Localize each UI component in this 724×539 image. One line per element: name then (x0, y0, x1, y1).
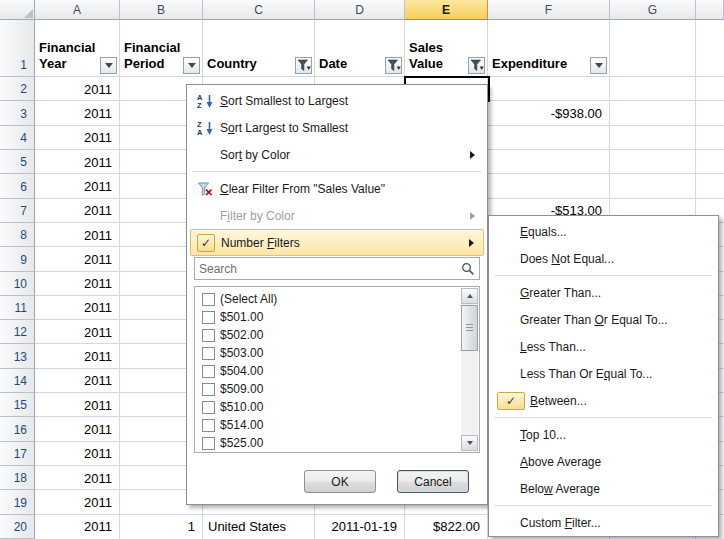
filter-value-item[interactable]: $514.00 (197, 416, 459, 434)
row-header-2[interactable]: 2 (0, 77, 35, 101)
header-cell-D[interactable]: Date (315, 20, 404, 77)
cell-C20[interactable]: United States (203, 515, 314, 539)
filter-value-item[interactable]: (Select All) (197, 290, 459, 308)
submenu-item-greater-than-or-equal-to[interactable]: Greater Than Or Equal To... (492, 306, 715, 333)
cell-A16[interactable]: 2011 (35, 417, 119, 441)
column-header-D[interactable]: D (315, 0, 405, 20)
cell-A6[interactable]: 2011 (35, 174, 119, 198)
row-header-10[interactable]: 10 (0, 272, 35, 296)
filter-value-item[interactable]: $503.00 (197, 344, 459, 362)
row-header-12[interactable]: 12 (0, 320, 35, 344)
cell-A8[interactable]: 2011 (35, 223, 119, 247)
filter-button-C[interactable] (295, 57, 312, 74)
row-header-14[interactable]: 14 (0, 369, 35, 393)
scroll-up-button[interactable] (461, 288, 478, 304)
filter-button-E[interactable] (468, 57, 485, 74)
checkbox-icon[interactable] (202, 419, 215, 432)
cell-A13[interactable]: 2011 (35, 344, 119, 368)
row-header-18[interactable]: 18 (0, 466, 35, 490)
cell-A3[interactable]: 2011 (35, 101, 119, 125)
scroll-thumb[interactable] (461, 305, 478, 351)
row-header-5[interactable]: 5 (0, 150, 35, 174)
checkbox-icon[interactable] (202, 401, 215, 414)
cell-A7[interactable]: 2011 (35, 199, 119, 223)
submenu-item-top-10[interactable]: Top 10... (492, 421, 715, 448)
cell-D20[interactable]: 2011-01-19 (315, 515, 404, 539)
cell-A15[interactable]: 2011 (35, 393, 119, 417)
row-header-6[interactable]: 6 (0, 174, 35, 198)
cell-A17[interactable]: 2011 (35, 442, 119, 466)
cell-A4[interactable]: 2011 (35, 126, 119, 150)
cell-A19[interactable]: 2011 (35, 490, 119, 514)
cell-A11[interactable]: 2011 (35, 296, 119, 320)
filter-button-A[interactable] (100, 57, 117, 74)
header-cell-A[interactable]: FinancialYear (35, 20, 119, 77)
cancel-button[interactable]: Cancel (397, 470, 469, 493)
cell-A20[interactable]: 2011 (35, 515, 119, 539)
row-header-8[interactable]: 8 (0, 223, 35, 247)
filter-button-F[interactable] (590, 57, 607, 74)
ok-button[interactable]: OK (304, 470, 376, 493)
column-header-A[interactable]: A (35, 0, 120, 20)
cell-A10[interactable]: 2011 (35, 272, 119, 296)
row-header-11[interactable]: 11 (0, 296, 35, 320)
checkbox-icon[interactable] (202, 347, 215, 360)
menu-item-sort-by-color[interactable]: Sort by Color (190, 141, 484, 168)
row-header-19[interactable]: 19 (0, 490, 35, 514)
menu-item-clear-filter[interactable]: Clear Filter From "Sales Value" (190, 175, 484, 202)
row-header-15[interactable]: 15 (0, 393, 35, 417)
column-header-G[interactable]: G (610, 0, 696, 20)
submenu-item-custom-filter[interactable]: Custom Filter... (492, 509, 715, 536)
header-cell-B[interactable]: FinancialPeriod (120, 20, 202, 77)
header-cell-E[interactable]: SalesValue (405, 20, 487, 77)
column-header-B[interactable]: B (120, 0, 203, 20)
column-header-E[interactable]: E (405, 0, 488, 20)
row-header-20[interactable]: 20 (0, 515, 35, 539)
menu-item-sort-largest-to-smallest[interactable]: ZASort Largest to Smallest (190, 114, 484, 141)
header-cell-F[interactable]: Expenditure (488, 20, 609, 77)
row-header-9[interactable]: 9 (0, 247, 35, 271)
row-header-7[interactable]: 7 (0, 199, 35, 223)
menu-item-sort-smallest-to-largest[interactable]: AZSort Smallest to Largest (190, 87, 484, 114)
submenu-item-equals[interactable]: Equals... (492, 218, 715, 245)
filter-button-D[interactable] (385, 57, 402, 74)
checkbox-icon[interactable] (202, 329, 215, 342)
filter-value-item[interactable]: $502.00 (197, 326, 459, 344)
submenu-item-greater-than[interactable]: Greater Than... (492, 279, 715, 306)
checkbox-icon[interactable] (202, 293, 215, 306)
search-input[interactable] (195, 262, 457, 276)
submenu-item-below-average[interactable]: Below Average (492, 475, 715, 502)
checkbox-icon[interactable] (202, 437, 215, 450)
row-header-13[interactable]: 13 (0, 344, 35, 368)
filter-value-item[interactable]: $504.00 (197, 362, 459, 380)
checkbox-icon[interactable] (202, 383, 215, 396)
filter-value-item[interactable]: $510.00 (197, 398, 459, 416)
filter-value-item[interactable]: $501.00 (197, 308, 459, 326)
scroll-down-button[interactable] (461, 435, 478, 451)
filter-value-item[interactable]: $509.00 (197, 380, 459, 398)
row-header-1[interactable]: 1 (0, 20, 35, 77)
filter-button-B[interactable] (183, 57, 200, 74)
select-all-corner[interactable] (0, 0, 35, 20)
cell-A12[interactable]: 2011 (35, 320, 119, 344)
cell-A5[interactable]: 2011 (35, 150, 119, 174)
header-cell-C[interactable]: Country (203, 20, 314, 77)
submenu-item-between[interactable]: ✓Between... (492, 387, 715, 414)
checkbox-icon[interactable] (202, 311, 215, 324)
row-header-3[interactable]: 3 (0, 101, 35, 125)
submenu-item-does-not-equal[interactable]: Does Not Equal... (492, 245, 715, 272)
cell-A2[interactable]: 2011 (35, 77, 119, 101)
filter-value-item[interactable]: $525.00 (197, 434, 459, 452)
cell-A14[interactable]: 2011 (35, 369, 119, 393)
menu-item-number-filters[interactable]: ✓Number Filters (190, 229, 484, 256)
column-header-C[interactable]: C (203, 0, 315, 20)
submenu-item-less-than-or-equal-to[interactable]: Less Than Or Equal To... (492, 360, 715, 387)
scrollbar[interactable] (461, 288, 478, 451)
submenu-item-above-average[interactable]: Above Average (492, 448, 715, 475)
cell-E20[interactable]: $822.00 (405, 515, 487, 539)
cell-B20[interactable]: 1 (120, 515, 202, 539)
column-header-F[interactable]: F (488, 0, 610, 20)
checkbox-icon[interactable] (202, 365, 215, 378)
cell-A18[interactable]: 2011 (35, 466, 119, 490)
row-header-16[interactable]: 16 (0, 417, 35, 441)
